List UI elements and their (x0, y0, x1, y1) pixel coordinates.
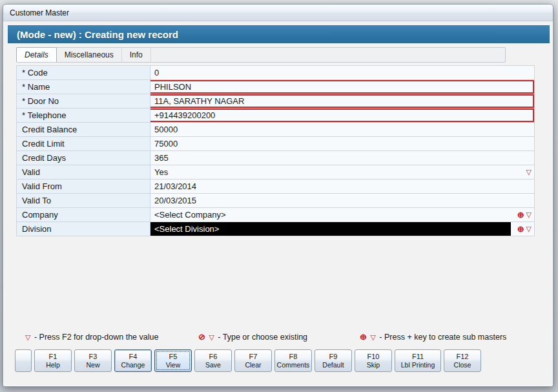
division-field[interactable]: <Select Division> (150, 222, 511, 236)
f12-close-button[interactable]: F12 Close (444, 349, 481, 372)
f3-new-button[interactable]: F3 New (74, 349, 112, 372)
form-row-credit-balance: Credit Balance 50000 (16, 123, 535, 137)
f11-lbl-printing-button[interactable]: F11 Lbl Printing (395, 349, 441, 372)
form-row-credit-limit: Credit Limit 75000 (16, 137, 535, 151)
field-label: Company (17, 208, 150, 222)
field-controls: ▽ (511, 165, 534, 179)
credit-limit-field[interactable]: 75000 (150, 137, 534, 150)
field-label: * Door No (17, 94, 150, 108)
f9-default-button[interactable]: F9 Default (315, 349, 352, 372)
telephone-field[interactable]: +914439200200 (150, 108, 534, 122)
form-row-name: * Name PHILSON (16, 80, 535, 94)
fkey-label: Help (46, 361, 60, 369)
legend-item-create: ⊕ ▽ - Press + key to create sub masters (360, 333, 506, 342)
fkey-key: F9 (329, 353, 338, 361)
fkey-label: Clear (245, 361, 261, 369)
form: * Code 0 * Name PHILSON * Door No 11A, S… (16, 65, 535, 236)
fkey-label: Default (322, 361, 344, 369)
code-field[interactable]: 0 (150, 66, 534, 79)
valid-to-field[interactable]: 20/03/2015 (150, 194, 534, 207)
legend-text: - Press F2 for drop-down the value (34, 333, 158, 342)
create-submaster-icon[interactable]: ⊕ (517, 211, 524, 219)
fkey-key: F10 (367, 353, 380, 361)
form-row-code: * Code 0 (16, 66, 535, 80)
tab-details[interactable]: Details (16, 47, 57, 62)
dropdown-triangle-icon: ▽ (25, 333, 30, 341)
f8-comments-button[interactable]: F8 Comments (274, 349, 312, 372)
window-title: Customer Master (10, 8, 69, 17)
fkey-key: F7 (249, 353, 258, 361)
fkey-key: F4 (129, 353, 138, 361)
field-label: Valid From (17, 180, 150, 193)
tab-info[interactable]: Info (122, 48, 151, 62)
dropdown-triangle-icon: ▽ (209, 333, 214, 341)
form-row-division: Division <Select Division> ⊕ ▽ (16, 222, 535, 236)
legend-text: - Type or choose existing (218, 333, 307, 342)
tab-strip: Details Miscellaneous Info (16, 47, 506, 63)
credit-days-field[interactable]: 365 (150, 151, 534, 165)
dropdown-icon[interactable]: ▽ (526, 169, 532, 176)
form-row-credit-days: Credit Days 365 (16, 151, 535, 165)
field-label: Division (17, 222, 150, 236)
f4-change-button[interactable]: F4 Change (114, 349, 152, 372)
fkey-label: Comments (277, 361, 310, 369)
form-row-valid-to: Valid To 20/03/2015 (16, 194, 535, 208)
credit-balance-field[interactable]: 50000 (150, 123, 534, 136)
field-label: * Telephone (17, 108, 150, 122)
fkey-label: New (86, 361, 99, 369)
fkey-key: F3 (89, 353, 98, 361)
fkey-label: Close (454, 361, 471, 369)
f7-clear-button[interactable]: F7 Clear (234, 349, 272, 372)
fkey-key: F12 (457, 353, 469, 361)
fkey-label: Skip (367, 361, 380, 369)
name-field[interactable]: PHILSON (150, 80, 534, 94)
form-row-company: Company <Select Company> ⊕ ▽ (16, 208, 535, 222)
form-row-door-no: * Door No 11A, SARATHY NAGAR (16, 94, 535, 108)
field-label: Valid To (17, 194, 150, 207)
legend-item-choose: ⊘ ▽ - Type or choose existing (198, 333, 307, 342)
f10-skip-button[interactable]: F10 Skip (355, 349, 392, 372)
circle-slash-icon: ⊘ (198, 332, 205, 342)
title-bar[interactable]: Customer Master (3, 5, 553, 21)
f6-save-button[interactable]: F6 Save (194, 349, 232, 372)
app-window: Customer Master (Mode - new) : Creating … (3, 4, 553, 387)
spacer-button[interactable] (15, 349, 32, 372)
fkey-label: Lbl Printing (401, 361, 435, 369)
dropdown-icon[interactable]: ▽ (526, 225, 532, 232)
fkey-label: Change (121, 361, 145, 369)
circle-plus-icon: ⊕ (360, 332, 367, 342)
fkey-label: Save (205, 361, 221, 369)
legend-text: - Press + key to create sub masters (379, 333, 506, 342)
f1-help-button[interactable]: F1 Help (34, 349, 72, 372)
dropdown-triangle-icon: ▽ (370, 333, 375, 341)
f5-view-button[interactable]: F5 View (154, 349, 192, 372)
field-label: Credit Limit (17, 137, 150, 150)
field-controls: ⊕ ▽ (511, 222, 534, 236)
field-label: Valid (17, 165, 150, 179)
create-submaster-icon[interactable]: ⊕ (517, 225, 524, 233)
legend: ▽ - Press F2 for drop-down the value ⊘ ▽… (3, 333, 554, 344)
mode-header: (Mode - new) : Creating new record (8, 25, 550, 43)
fkey-label: View (166, 361, 181, 369)
valid-from-field[interactable]: 21/03/2014 (150, 180, 534, 193)
fkey-key: F1 (49, 353, 57, 361)
fkey-key: F6 (209, 353, 218, 361)
tab-miscellaneous[interactable]: Miscellaneous (57, 48, 122, 62)
mode-header-text: (Mode - new) : Creating new record (17, 29, 178, 40)
valid-field[interactable]: Yes (150, 165, 511, 179)
field-label: * Code (17, 66, 150, 79)
form-row-telephone: * Telephone +914439200200 (16, 108, 535, 123)
field-label: Credit Days (17, 151, 150, 165)
dropdown-icon[interactable]: ▽ (526, 211, 532, 218)
field-label: Credit Balance (17, 123, 150, 136)
fkey-key: F5 (169, 353, 178, 361)
door-no-field[interactable]: 11A, SARATHY NAGAR (150, 94, 534, 108)
form-row-valid-from: Valid From 21/03/2014 (16, 180, 535, 194)
form-row-valid: Valid Yes ▽ (16, 165, 535, 180)
field-label: * Name (17, 80, 150, 94)
company-field[interactable]: <Select Company> (150, 208, 511, 222)
field-controls: ⊕ ▽ (511, 208, 534, 222)
fkey-key: F11 (412, 353, 424, 361)
function-key-bar: F1 Help F3 New F4 Change F5 View F6 Save… (15, 349, 481, 372)
legend-item-dropdown: ▽ - Press F2 for drop-down the value (25, 333, 158, 342)
